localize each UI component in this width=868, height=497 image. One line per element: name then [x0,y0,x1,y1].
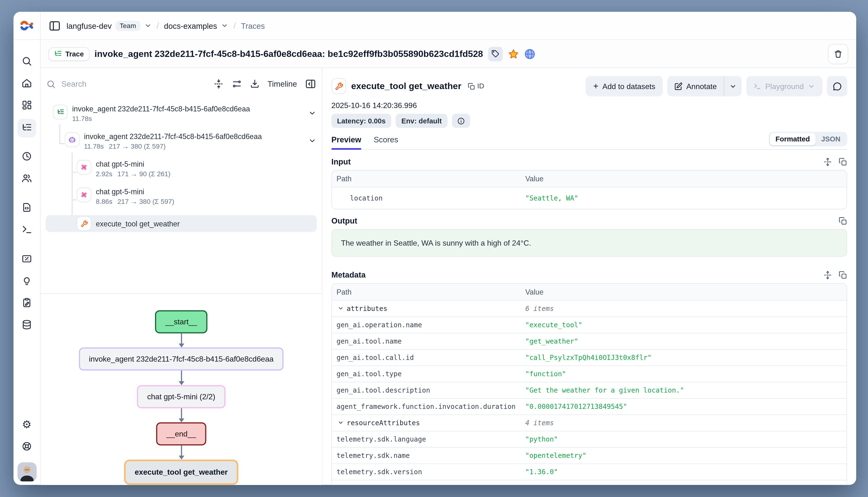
row-path: gen_ai.tool.name [332,333,521,349]
formatted-toggle-option[interactable]: Formatted [770,133,815,145]
graph-edge-arrow [178,333,184,347]
graph-node-tool-selected[interactable]: execute_tool get_weather [124,459,238,485]
evals-percent-card-icon[interactable] [21,253,33,265]
download-icon[interactable] [249,79,260,89]
tracing-icon[interactable] [17,119,36,137]
breadcrumb-page[interactable]: Traces [241,21,265,30]
expand-rows-icon[interactable] [824,271,832,279]
breadcrumb: langfuse-dev Team / docs-examples / Trac… [67,20,265,31]
search-input[interactable] [60,79,130,89]
timeline-toggle[interactable]: Timeline [267,80,297,89]
graph-edge-arrow [178,408,184,422]
annotate-button[interactable]: Annotate [667,76,724,96]
tab-preview[interactable]: Preview [331,135,361,150]
chevron-down-icon[interactable] [308,109,316,117]
lightbulb-icon[interactable] [21,275,33,287]
path-column-header: Path [332,171,521,187]
sidebar-toggle-icon[interactable] [49,19,61,32]
tree-item-generation[interactable]: chat gpt-5-mini 8.86s217 → 380 (Σ 597) [77,187,316,205]
value-column-header: Value [521,171,846,187]
copy-icon[interactable] [839,157,847,166]
chevron-down-icon[interactable] [308,137,316,145]
tree-item-agent-span[interactable]: invoke_agent 232de211-7fcf-45c8-b415-6af… [65,132,316,150]
breadcrumb-project[interactable]: docs-examples [164,21,217,30]
public-globe-icon[interactable] [524,48,535,59]
copy-icon[interactable] [839,271,847,279]
comments-button[interactable] [827,76,847,96]
copy-icon[interactable] [839,216,847,225]
breadcrumb-org[interactable]: langfuse-dev [67,21,112,30]
info-badge[interactable] [452,114,470,128]
table-row[interactable]: gen_ai.tool.description "Get the weather… [332,382,846,398]
tree-item-trace[interactable]: invoke_agent 232de211-7fcf-45c8-b415-6af… [53,105,316,123]
graph-node-end[interactable]: __end__ [156,422,206,445]
collapse-all-icon[interactable] [213,79,223,89]
dashboard-icon[interactable] [21,99,33,111]
observation-detail-panel: execute_tool get_weather ID + Add to dat… [322,68,856,485]
user-avatar[interactable] [17,463,37,482]
search-icon[interactable] [21,55,33,67]
datasets-database-icon[interactable] [21,319,33,331]
add-to-datasets-button[interactable]: + Add to datasets [586,76,663,96]
chevron-down-icon[interactable] [337,305,344,311]
playground-terminal-icon[interactable] [21,224,33,235]
playground-button[interactable]: Playground [746,76,822,96]
tree-item-label: chat gpt-5-mini [96,187,174,196]
table-row[interactable]: agent_framework.function.invocation.dura… [332,398,846,414]
observation-badges: Latency: 0.00s Env: default [331,114,847,128]
copy-id-button[interactable]: ID [468,82,484,90]
tree-toolbar: Timeline [46,75,316,93]
tree-item-tool-selected[interactable]: execute_tool get_weather [46,215,317,232]
tab-scores[interactable]: Scores [374,135,398,150]
table-row[interactable]: gen_ai.tool.type "function" [332,366,846,382]
nav-rail: ⚙ [13,12,41,485]
detail-tabs: Preview Scores Formatted JSON [331,131,847,150]
annotation-clipboard-pen-icon[interactable] [21,297,33,309]
expand-rows-icon[interactable] [824,157,832,166]
delete-trace-button[interactable] [828,44,848,64]
users-icon[interactable] [21,172,33,184]
tree-item-tokens: 217 → 380 (Σ 597) [118,198,174,205]
trace-type-label: Trace [65,50,84,58]
org-plan-badge: Team [115,20,140,31]
row-path: telemetry.sdk.language [332,431,521,447]
tree-search[interactable] [46,79,205,89]
langfuse-logo-icon[interactable] [19,18,35,33]
chevron-down-icon [808,83,815,90]
row-value: 4 items [521,415,846,431]
chevron-down-icon[interactable] [337,420,344,426]
row-value: "python" [521,431,846,447]
json-toggle-option[interactable]: JSON [816,133,846,145]
table-row-clipped[interactable]: service.name "unknown_service" [332,480,846,485]
table-group-row[interactable]: resourceAttributes 4 items [332,414,846,431]
sessions-clock-icon[interactable] [21,150,33,162]
graph-node-start[interactable]: __start__ [155,310,207,333]
graph-node-generation[interactable]: chat gpt-5-mini (2/2) [137,385,225,408]
graph-node-agent[interactable]: invoke_agent 232de211-7fcf-45c8-b415-6af… [79,347,284,371]
display-settings-icon[interactable] [231,79,242,89]
bookmark-star-icon[interactable] [508,48,519,59]
collapse-panel-icon[interactable] [305,78,316,89]
row-path: service.name [332,480,521,485]
table-row[interactable]: location "Seattle, WA" [332,187,846,209]
graph-edge-arrow [178,445,184,459]
support-lifebuoy-icon[interactable] [21,440,33,452]
annotate-dropdown-chevron[interactable] [724,76,742,96]
table-row[interactable]: telemetry.sdk.version "1.36.0" [332,464,846,480]
chevron-down-icon[interactable] [144,22,151,29]
settings-gear-icon[interactable]: ⚙ [21,418,33,430]
table-row[interactable]: gen_ai.operation.name "execute_tool" [332,316,846,333]
prompts-file-code-icon[interactable] [21,202,33,213]
output-section-header: Output [331,216,847,225]
input-section-header: Input [331,157,847,166]
tag-icon[interactable] [488,46,503,61]
home-icon[interactable] [21,77,33,89]
table-row[interactable]: gen_ai.tool.name "get_weather" [332,333,846,349]
chevron-down-icon[interactable] [221,22,228,29]
table-group-row[interactable]: attributes 6 items [332,300,846,316]
table-row[interactable]: gen_ai.tool.call.id "call_PsylzxTpQh4i0O… [332,349,846,366]
table-row[interactable]: telemetry.sdk.language "python" [332,431,846,447]
table-row[interactable]: telemetry.sdk.name "opentelemetry" [332,447,846,464]
tree-item-generation[interactable]: chat gpt-5-mini 2.92s171 → 90 (Σ 261) [77,160,316,178]
copy-icon [468,83,475,90]
